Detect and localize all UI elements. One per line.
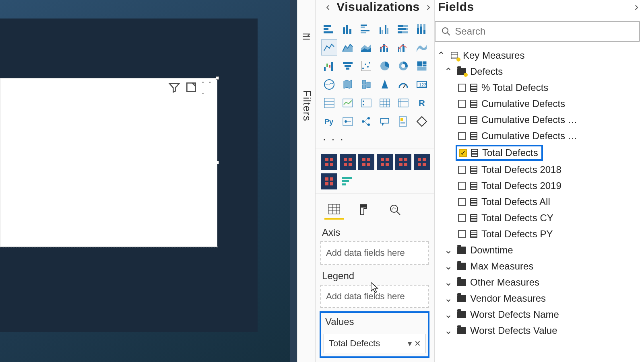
filters-pane-collapsed[interactable]: Filters: [297, 0, 316, 362]
shape-map-icon[interactable]: [358, 76, 374, 93]
multirow-card-icon[interactable]: [321, 95, 337, 111]
folder-worst-defects-name[interactable]: ⌄ Worst Defects Name: [435, 306, 644, 323]
field-item[interactable]: Total Defects 2018: [435, 162, 644, 178]
table-key-measures[interactable]: ⌃ Key Measures: [435, 47, 644, 64]
field-checkbox[interactable]: [458, 198, 466, 206]
custom-visual-icon[interactable]: [358, 154, 374, 170]
clustered-column-icon[interactable]: [377, 21, 393, 37]
arcgis-icon[interactable]: [414, 113, 430, 130]
waterfall-icon[interactable]: [321, 58, 337, 74]
clustered-bar-icon[interactable]: [358, 21, 374, 37]
line-column-icon[interactable]: [377, 39, 393, 56]
custom-visual-bars-icon[interactable]: [340, 173, 356, 189]
field-checkbox[interactable]: [458, 132, 466, 140]
expand-icon[interactable]: ⌄: [444, 325, 453, 336]
line-clustered-column-icon[interactable]: [395, 39, 411, 56]
kpi-icon[interactable]: [340, 95, 356, 111]
table-icon[interactable]: [377, 95, 393, 111]
search-input[interactable]: [455, 26, 634, 37]
chevron-right-icon[interactable]: ›: [632, 0, 641, 13]
field-total-defects-highlighted[interactable]: Total Defects: [456, 145, 543, 161]
python-visual-icon[interactable]: Py: [321, 113, 337, 130]
resize-handle[interactable]: [216, 161, 219, 164]
folder-defects[interactable]: ⌃ Defects: [435, 64, 644, 80]
filters-toggle-icon[interactable]: [301, 31, 312, 42]
fields-tab-icon[interactable]: [324, 200, 344, 220]
field-item[interactable]: Total Defects PY: [435, 226, 644, 242]
analytics-tab-icon[interactable]: [386, 200, 405, 220]
expand-icon[interactable]: ⌄: [444, 277, 453, 288]
remove-field-icon[interactable]: ✕: [414, 339, 421, 348]
more-visuals-icon[interactable]: · · ·: [316, 132, 434, 148]
values-field-chip[interactable]: Total Defects ▾ ✕: [324, 334, 425, 353]
chevron-left-icon[interactable]: ‹: [324, 0, 332, 13]
donut-icon[interactable]: [395, 58, 411, 74]
area-chart-icon[interactable]: [340, 39, 356, 56]
100pct-column-icon[interactable]: [414, 21, 430, 37]
expand-icon[interactable]: ⌄: [444, 293, 453, 304]
field-checkbox[interactable]: [458, 230, 466, 238]
matrix-icon[interactable]: [395, 95, 411, 111]
card-icon[interactable]: 123: [414, 76, 430, 93]
expand-icon[interactable]: ⌄: [444, 261, 453, 272]
expand-icon[interactable]: ⌄: [444, 245, 453, 256]
field-item[interactable]: Total Defects 2019: [435, 178, 644, 194]
expand-icon[interactable]: ⌄: [444, 309, 453, 320]
visual-placeholder[interactable]: · · ·: [0, 78, 217, 247]
chevron-right-icon[interactable]: ›: [424, 0, 433, 13]
axis-dropzone[interactable]: Add data fields here: [320, 241, 429, 265]
custom-visual-icon[interactable]: [321, 154, 337, 170]
gauge-icon[interactable]: [395, 76, 411, 93]
map-icon[interactable]: [321, 76, 337, 93]
field-checkbox[interactable]: [458, 84, 466, 92]
custom-visual-icon[interactable]: [395, 154, 411, 170]
custom-visual-icon[interactable]: [414, 154, 430, 170]
scatter-icon[interactable]: [358, 58, 374, 74]
ribbon-chart-icon[interactable]: [414, 39, 430, 56]
report-canvas[interactable]: · · ·: [0, 19, 258, 332]
filter-icon[interactable]: [168, 81, 181, 94]
collapse-icon[interactable]: ⌃: [444, 66, 453, 77]
funnel-icon[interactable]: [340, 58, 356, 74]
field-checkbox[interactable]: [458, 182, 466, 190]
focus-mode-icon[interactable]: [185, 81, 198, 94]
r-visual-icon[interactable]: R: [414, 95, 430, 111]
field-checkbox[interactable]: [458, 214, 466, 222]
folder-worst-defects-value[interactable]: ⌄ Worst Defects Value: [435, 323, 644, 339]
field-item[interactable]: Total Defects CY: [435, 210, 644, 226]
field-checkbox[interactable]: [458, 116, 466, 124]
format-tab-icon[interactable]: [355, 200, 374, 220]
100pct-bar-icon[interactable]: [395, 21, 411, 37]
more-options-icon[interactable]: · · ·: [202, 81, 215, 94]
folder-downtime[interactable]: ⌄ Downtime: [435, 242, 644, 258]
decomposition-tree-icon[interactable]: [358, 113, 374, 130]
collapse-icon[interactable]: ⌃: [436, 50, 446, 61]
key-influencers-icon[interactable]: [340, 113, 356, 130]
chevron-down-icon[interactable]: ▾: [408, 339, 412, 348]
field-item[interactable]: % Total Defects: [435, 80, 644, 96]
field-checkbox[interactable]: [459, 149, 467, 157]
folder-max-measures[interactable]: ⌄ Max Measures: [435, 258, 644, 274]
field-item[interactable]: Cumulative Defects Y...: [435, 128, 644, 144]
fields-search[interactable]: [435, 21, 640, 42]
field-item[interactable]: Total Defects All: [435, 194, 644, 210]
folder-vendor-measures[interactable]: ⌄ Vendor Measures: [435, 290, 644, 306]
stacked-column-icon[interactable]: [340, 21, 356, 37]
pie-icon[interactable]: [377, 58, 393, 74]
field-checkbox[interactable]: [458, 166, 466, 174]
field-item[interactable]: Cumulative Defects: [435, 96, 644, 112]
custom-visual-icon[interactable]: [340, 154, 356, 170]
slicer-icon[interactable]: [358, 95, 374, 111]
field-item[interactable]: Cumulative Defects Y...: [435, 112, 644, 128]
azure-map-icon[interactable]: [377, 76, 393, 93]
line-chart-icon[interactable]: [321, 39, 337, 56]
folder-other-measures[interactable]: ⌄ Other Measures: [435, 274, 644, 290]
qa-visual-icon[interactable]: [377, 113, 393, 130]
paginated-report-icon[interactable]: [395, 113, 411, 130]
treemap-icon[interactable]: [414, 58, 430, 74]
custom-visual-icon[interactable]: [377, 154, 393, 170]
stacked-area-icon[interactable]: [358, 39, 374, 56]
custom-visual-icon[interactable]: [321, 173, 337, 189]
stacked-bar-icon[interactable]: [321, 21, 337, 37]
resize-handle[interactable]: [216, 76, 219, 80]
